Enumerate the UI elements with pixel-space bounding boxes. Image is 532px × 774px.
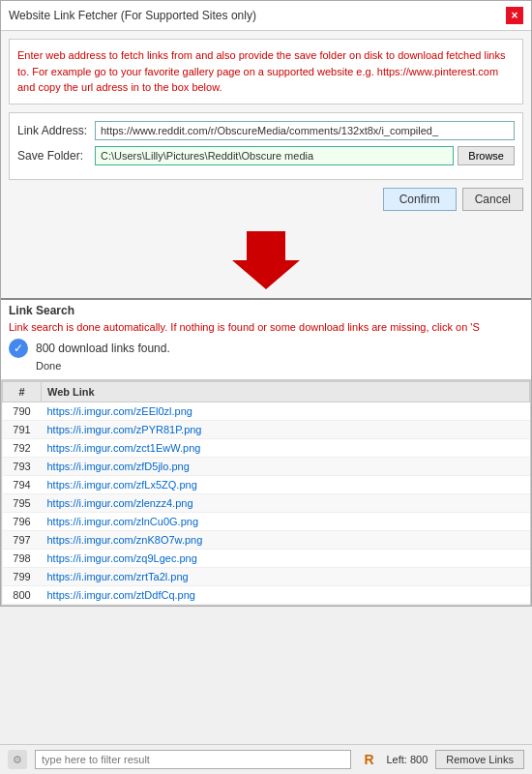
cancel-button[interactable]: Cancel: [462, 188, 523, 211]
svg-marker-0: [232, 231, 300, 289]
done-label: Done: [36, 360, 523, 372]
table-row: 792https://i.imgur.com/zct1EwW.png: [3, 438, 530, 457]
table-cell-num: 791: [3, 420, 42, 438]
table-cell-link: https://i.imgur.com/zPYR81P.png: [42, 420, 530, 438]
close-button[interactable]: ×: [506, 7, 523, 24]
link-address-row: Link Address:: [17, 121, 515, 140]
table-cell-link: https://i.imgur.com/zfD5jlo.png: [42, 457, 530, 475]
left-count: Left: 800: [386, 754, 428, 765]
table-cell-num: 794: [3, 475, 42, 493]
save-folder-label: Save Folder:: [17, 149, 95, 163]
table-header-row: # Web Link: [3, 381, 530, 402]
footer-bar: ⚙ R Left: 800 Remove Links: [0, 744, 532, 774]
table-cell-link: https://i.imgur.com/zct1EwW.png: [42, 438, 530, 457]
link-address-label: Link Address:: [17, 124, 95, 137]
table-cell-link: https://i.imgur.com/zrtTa2l.png: [42, 567, 530, 585]
col-header-num: #: [3, 381, 42, 402]
r-icon: R: [359, 750, 378, 769]
browse-button[interactable]: Browse: [458, 146, 515, 165]
title-bar: Website Link Fetcher (For Supported Site…: [1, 1, 531, 31]
table-cell-link: https://i.imgur.com/zlenzz4.png: [42, 493, 530, 512]
link-search-title: Link Search: [9, 304, 523, 317]
table-cell-num: 790: [3, 402, 42, 420]
table-row: 798https://i.imgur.com/zq9Lgec.png: [3, 549, 530, 567]
table-cell-num: 795: [3, 493, 42, 512]
filter-icon: ⚙: [8, 750, 27, 769]
link-address-input[interactable]: [95, 121, 515, 140]
table-cell-num: 792: [3, 438, 42, 457]
links-table: # Web Link 790https://i.imgur.com/zEEl0z…: [2, 381, 530, 605]
down-arrow-icon: [232, 226, 300, 294]
table-cell-num: 800: [3, 585, 42, 604]
action-buttons: Confirm Cancel: [1, 180, 531, 219]
links-table-container: # Web Link 790https://i.imgur.com/zEEl0z…: [1, 380, 531, 606]
link-search-info: Link search is done automatically. If no…: [9, 321, 523, 333]
table-row: 793https://i.imgur.com/zfD5jlo.png: [3, 457, 530, 475]
table-cell-num: 799: [3, 567, 42, 585]
table-row: 794https://i.imgur.com/zfLx5ZQ.png: [3, 475, 530, 493]
table-row: 799https://i.imgur.com/zrtTa2l.png: [3, 567, 530, 585]
table-cell-link: https://i.imgur.com/znK8O7w.png: [42, 530, 530, 549]
table-cell-link: https://i.imgur.com/zq9Lgec.png: [42, 549, 530, 567]
table-row: 791https://i.imgur.com/zPYR81P.png: [3, 420, 530, 438]
table-row: 790https://i.imgur.com/zEEl0zl.png: [3, 402, 530, 420]
save-folder-input[interactable]: [95, 146, 454, 165]
remove-links-button[interactable]: Remove Links: [435, 750, 524, 769]
table-row: 800https://i.imgur.com/ztDdfCq.png: [3, 585, 530, 604]
check-icon: ✓: [9, 339, 28, 358]
form-section: Link Address: Save Folder: Browse: [9, 112, 523, 180]
table-row: 796https://i.imgur.com/zlnCu0G.png: [3, 512, 530, 530]
confirm-button[interactable]: Confirm: [383, 188, 457, 211]
link-search-section: Link Search Link search is done automati…: [1, 298, 531, 380]
table-cell-num: 796: [3, 512, 42, 530]
instructions-text: Enter web address to fetch links from an…: [9, 39, 523, 104]
col-header-link: Web Link: [42, 381, 530, 402]
found-row: ✓ 800 download links found.: [9, 339, 523, 358]
table-cell-link: https://i.imgur.com/zEEl0zl.png: [42, 402, 530, 420]
table-cell-num: 798: [3, 549, 42, 567]
arrow-section: [1, 219, 531, 298]
table-cell-link: https://i.imgur.com/zfLx5ZQ.png: [42, 475, 530, 493]
window-title: Website Link Fetcher (For Supported Site…: [9, 9, 256, 22]
filter-input[interactable]: [35, 750, 351, 769]
save-folder-row: Save Folder: Browse: [17, 146, 515, 165]
found-text: 800 download links found.: [36, 342, 170, 355]
table-cell-link: https://i.imgur.com/ztDdfCq.png: [42, 585, 530, 604]
table-row: 795https://i.imgur.com/zlenzz4.png: [3, 493, 530, 512]
table-row: 797https://i.imgur.com/znK8O7w.png: [3, 530, 530, 549]
table-cell-link: https://i.imgur.com/zlnCu0G.png: [42, 512, 530, 530]
table-cell-num: 793: [3, 457, 42, 475]
table-cell-num: 797: [3, 530, 42, 549]
